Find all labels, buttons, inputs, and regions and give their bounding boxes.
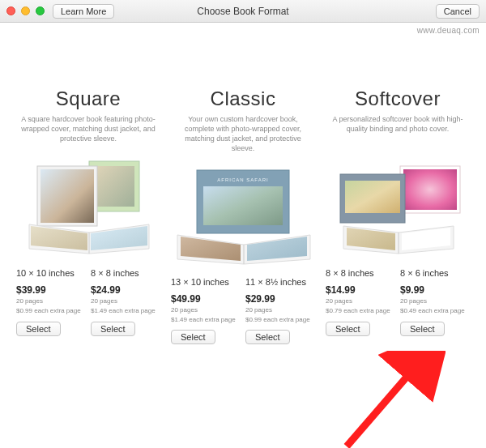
option-pages: 20 pages <box>171 306 241 314</box>
svg-rect-1 <box>94 166 134 207</box>
option-extra: $1.49 each extra page <box>171 316 241 324</box>
option-price: $24.99 <box>91 284 160 296</box>
book-preview-classic: AFRICAN SAFARI <box>171 160 315 266</box>
option-price: $39.99 <box>16 284 86 296</box>
option-card: 10 × 10 inches $39.99 20 pages $0.99 eac… <box>16 268 86 336</box>
svg-rect-16 <box>403 169 457 210</box>
format-grid: Square A square hardcover book featuring… <box>0 23 486 344</box>
format-softcover: Softcover A personalized softcover book … <box>326 87 470 344</box>
option-size: 10 × 10 inches <box>16 268 86 278</box>
option-pages: 20 pages <box>326 297 395 305</box>
options-row: 10 × 10 inches $39.99 20 pages $0.99 eac… <box>16 268 160 336</box>
format-square: Square A square hardcover book featuring… <box>16 87 160 344</box>
option-pages: 20 pages <box>91 297 160 305</box>
option-size: 11 × 8½ inches <box>245 277 315 287</box>
close-icon[interactable] <box>6 6 15 15</box>
format-title: Square <box>56 87 121 110</box>
option-pages: 20 pages <box>16 297 86 305</box>
option-price: $29.99 <box>245 293 315 305</box>
book-preview-square <box>16 151 160 257</box>
option-size: 8 × 8 inches <box>326 268 395 278</box>
option-card: 8 × 6 inches $9.99 20 pages $0.49 each e… <box>400 268 470 336</box>
titlebar: Learn More Choose Book Format Cancel <box>0 0 486 23</box>
select-button[interactable]: Select <box>245 330 290 344</box>
option-price: $49.99 <box>171 293 241 305</box>
option-card: 11 × 8½ inches $29.99 20 pages $0.99 eac… <box>245 277 315 345</box>
format-description: Your own custom hardcover book, complete… <box>171 114 315 154</box>
format-title: Softcover <box>355 87 441 110</box>
book-preview-softcover <box>326 151 470 257</box>
select-button[interactable]: Select <box>400 322 445 336</box>
option-pages: 20 pages <box>400 297 470 305</box>
watermark: www.deuaq.com <box>417 26 480 35</box>
option-extra: $0.99 each extra page <box>245 316 315 324</box>
select-button[interactable]: Select <box>16 322 61 336</box>
format-description: A personalized softcover book with high-… <box>326 114 470 145</box>
svg-rect-9 <box>203 186 283 225</box>
option-size: 13 × 10 inches <box>171 277 241 287</box>
svg-rect-18 <box>345 181 400 213</box>
option-extra: $0.49 each extra page <box>400 307 470 315</box>
option-card: 8 × 8 inches $24.99 20 pages $1.49 each … <box>91 268 160 336</box>
option-extra: $0.99 each extra page <box>16 307 86 315</box>
format-description: A square hardcover book featuring photo-… <box>16 114 160 145</box>
format-classic: Classic Your own custom hardcover book, … <box>171 87 315 344</box>
option-price: $14.99 <box>326 284 395 296</box>
select-button[interactable]: Select <box>326 322 370 336</box>
learn-more-button[interactable]: Learn More <box>53 4 114 19</box>
annotation-arrow-icon <box>332 351 446 448</box>
option-price: $9.99 <box>400 284 470 296</box>
minimize-icon[interactable] <box>21 6 30 15</box>
window-controls <box>6 6 45 15</box>
option-card: 8 × 8 inches $14.99 20 pages $0.79 each … <box>326 268 395 336</box>
maximize-icon[interactable] <box>36 6 45 15</box>
option-size: 8 × 6 inches <box>400 268 470 278</box>
option-extra: $1.49 each extra page <box>91 307 160 315</box>
options-row: 8 × 8 inches $14.99 20 pages $0.79 each … <box>326 268 470 336</box>
option-pages: 20 pages <box>245 306 315 314</box>
option-card: 13 × 10 inches $49.99 20 pages $1.49 eac… <box>171 277 241 345</box>
svg-text:AFRICAN SAFARI: AFRICAN SAFARI <box>217 177 268 182</box>
svg-line-24 <box>347 362 420 446</box>
select-button[interactable]: Select <box>171 330 215 344</box>
option-extra: $0.79 each extra page <box>326 307 395 315</box>
svg-rect-3 <box>40 169 94 223</box>
options-row: 13 × 10 inches $49.99 20 pages $1.49 eac… <box>171 277 315 345</box>
option-size: 8 × 8 inches <box>91 268 160 278</box>
cancel-button[interactable]: Cancel <box>436 4 480 19</box>
format-title: Classic <box>211 87 276 110</box>
select-button[interactable]: Select <box>91 322 135 336</box>
